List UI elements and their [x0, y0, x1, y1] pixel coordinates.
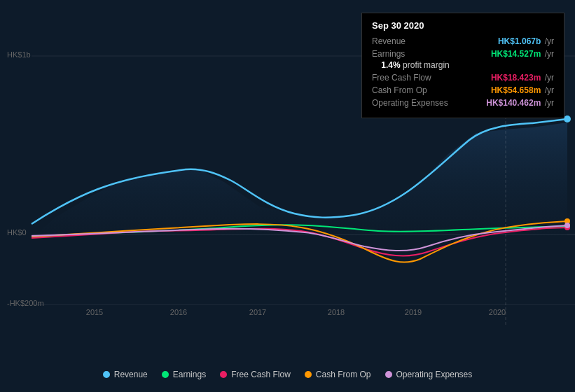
legend-revenue-label: Revenue	[114, 370, 148, 379]
legend-opex-label: Operating Expenses	[396, 370, 473, 379]
tooltip-revenue-unit: /yr	[545, 36, 554, 46]
tooltip-earnings-row: Earnings HK$14.527m /yr	[372, 49, 554, 59]
x-label-2016: 2016	[170, 308, 187, 316]
tooltip-cfo-row: Cash From Op HK$54.658m /yr	[372, 85, 554, 95]
tooltip-fcf-label: Free Cash Flow	[372, 73, 431, 83]
x-label-2019: 2019	[405, 308, 422, 316]
svg-point-4	[564, 115, 571, 122]
tooltip-fcf-row: Free Cash Flow HK$18.423m /yr	[372, 73, 554, 83]
tooltip-cfo-value: HK$54.658m /yr	[491, 85, 554, 95]
tooltip-opex-label: Operating Expenses	[372, 98, 448, 108]
legend-revenue-dot	[103, 371, 110, 378]
x-label-2015: 2015	[86, 308, 103, 316]
x-label-2017: 2017	[249, 308, 266, 316]
y-label-mid: HK$0	[7, 228, 27, 237]
legend-fcf-label: Free Cash Flow	[231, 370, 291, 379]
tooltip-revenue-amount: HK$1.067b	[498, 36, 541, 46]
tooltip-fcf-unit: /yr	[545, 73, 554, 83]
legend-earnings-label: Earnings	[173, 370, 206, 379]
legend-earnings[interactable]: Earnings	[162, 370, 206, 379]
tooltip-margin-text: profit margin	[403, 60, 450, 70]
legend-cfo-dot	[305, 371, 312, 378]
x-label-2018: 2018	[328, 308, 345, 316]
chart-legend: Revenue Earnings Free Cash Flow Cash Fro…	[0, 364, 575, 385]
legend-opex[interactable]: Operating Expenses	[385, 370, 473, 379]
tooltip-opex-unit: /yr	[545, 98, 554, 108]
tooltip-earnings-amount: HK$14.527m	[491, 49, 541, 59]
data-tooltip: Sep 30 2020 Revenue HK$1.067b /yr Earnin…	[361, 13, 564, 118]
tooltip-opex-row: Operating Expenses HK$140.462m /yr	[372, 98, 554, 108]
tooltip-margin-note: 1.4% profit margin	[372, 60, 554, 70]
tooltip-margin-pct: 1.4%	[381, 60, 400, 70]
legend-fcf-dot	[220, 371, 227, 378]
tooltip-opex-value: HK$140.462m /yr	[486, 98, 554, 108]
svg-point-8	[564, 223, 570, 228]
tooltip-cfo-label: Cash From Op	[372, 85, 427, 95]
legend-revenue[interactable]: Revenue	[103, 370, 148, 379]
tooltip-earnings-label: Earnings	[372, 49, 405, 59]
legend-cfo-label: Cash From Op	[316, 370, 371, 379]
legend-cfo[interactable]: Cash From Op	[305, 370, 371, 379]
legend-opex-dot	[385, 371, 392, 378]
tooltip-cfo-amount: HK$54.658m	[491, 85, 541, 95]
tooltip-opex-amount: HK$140.462m	[486, 98, 541, 108]
tooltip-revenue-label: Revenue	[372, 36, 406, 46]
y-label-top: HK$1b	[7, 50, 31, 59]
x-label-2020: 2020	[489, 308, 506, 316]
tooltip-revenue-value: HK$1.067b /yr	[498, 36, 554, 46]
legend-fcf[interactable]: Free Cash Flow	[220, 370, 291, 379]
legend-earnings-dot	[162, 371, 169, 378]
tooltip-fcf-amount: HK$18.423m	[491, 73, 541, 83]
tooltip-cfo-unit: /yr	[545, 85, 554, 95]
tooltip-fcf-value: HK$18.423m /yr	[491, 73, 554, 83]
y-label-bot: -HK$200m	[7, 299, 44, 307]
tooltip-revenue-row: Revenue HK$1.067b /yr	[372, 36, 554, 46]
tooltip-earnings-unit: /yr	[545, 49, 554, 59]
tooltip-earnings-value: HK$14.527m /yr	[491, 49, 554, 59]
tooltip-date: Sep 30 2020	[372, 20, 554, 31]
